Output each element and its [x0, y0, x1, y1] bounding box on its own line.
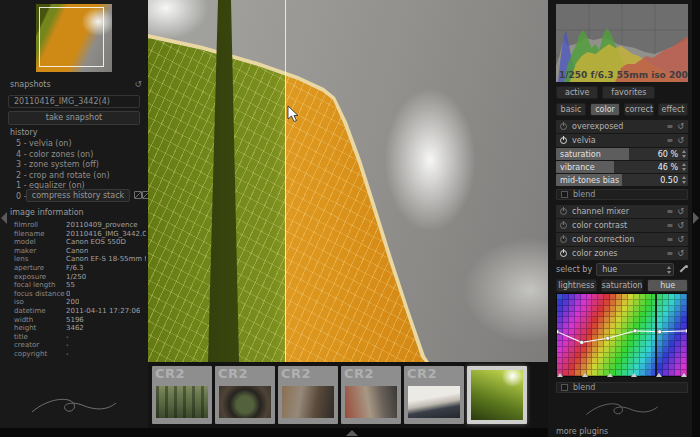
histogram[interactable]: 1/250 f/6.3 55mm iso 200 [556, 4, 688, 82]
reset-icon[interactable]: ↺ [677, 221, 684, 230]
info-value: F/6.3 [66, 264, 84, 273]
history-item[interactable]: 3 - zone system (off) [16, 160, 144, 171]
color-zones-tab[interactable]: lightness [556, 279, 597, 292]
thumb-photo [156, 386, 208, 418]
module-header[interactable]: color contrast ≡ ↺ [556, 219, 688, 232]
group-tab[interactable]: favorites [602, 86, 655, 99]
reset-icon[interactable]: ↺ [677, 122, 684, 131]
module-header-color-zones[interactable]: color zones ≡ ↺ [556, 247, 688, 260]
collapse-bottom-panel-arrow[interactable] [346, 430, 358, 436]
module-header-velvia[interactable]: velvia ≡ ↺ [556, 134, 688, 147]
module-title: overexposed [572, 122, 663, 131]
navigation-view-rect[interactable] [39, 7, 104, 67]
info-row: creator - [14, 341, 146, 350]
snapshot-entry[interactable]: 20110416_IMG_3442(4) [8, 95, 140, 108]
compress-history-button[interactable]: compress history stack [26, 189, 130, 202]
presets-icon[interactable]: ≡ [667, 207, 674, 216]
presets-icon[interactable]: ≡ [667, 136, 674, 145]
color-zones-picker-line [655, 294, 657, 376]
velvia-blend-row[interactable]: blend [556, 189, 688, 200]
slider-fine-tune-arrows[interactable] [682, 163, 686, 171]
category-tab[interactable]: effect [658, 103, 688, 116]
category-tab[interactable]: basic [556, 103, 586, 116]
slider[interactable]: mid-tones bias 0.50 [556, 174, 688, 186]
reset-icon[interactable]: ↺ [677, 136, 684, 145]
filmstrip: CR2 CR2 CR2 CR2 CR2 [148, 362, 548, 428]
filmstrip-thumb[interactable]: CR2 [215, 366, 275, 424]
info-label: creator [14, 341, 66, 350]
slider-value: 46 % [658, 163, 678, 172]
collapse-left-panel-arrow[interactable] [1, 212, 7, 224]
power-icon[interactable] [560, 236, 567, 243]
color-zones-tab[interactable]: saturation [601, 279, 644, 292]
color-zones-blend-row[interactable]: blend [556, 382, 688, 393]
snapshot-split-line[interactable] [285, 0, 286, 362]
reset-icon[interactable]: ↺ [677, 235, 684, 244]
presets-icon[interactable]: ≡ [667, 235, 674, 244]
module-category-tabs: basiccolorcorrecteffect [556, 103, 688, 116]
blend-checkbox[interactable] [561, 191, 568, 198]
image-information-table: filmroll 20110409_provence filename 2011… [14, 221, 146, 359]
right-panel: 1/250 f/6.3 55mm iso 200 activefavorites… [548, 0, 692, 437]
filmstrip-thumb[interactable]: CR2 [152, 366, 212, 424]
info-row: filename 20110416_IMG_3442.CR2 [14, 230, 146, 239]
info-row: copyright - [14, 350, 146, 359]
info-row: title - [14, 333, 146, 342]
reset-icon[interactable]: ↺ [677, 249, 684, 258]
history-item[interactable]: 2 - crop and rotate (on) [16, 171, 144, 182]
info-value: 55 [66, 281, 75, 290]
take-snapshot-button[interactable]: take snapshot [8, 111, 140, 125]
slider-fine-tune-arrows[interactable] [682, 176, 686, 184]
blend-label: blend [573, 190, 595, 199]
history-item[interactable]: 5 - velvia (on) [16, 139, 144, 150]
power-icon[interactable] [560, 222, 567, 229]
history-copy-icon[interactable] [134, 191, 142, 199]
filmstrip-thumb[interactable] [467, 366, 527, 424]
color-zones-curve[interactable] [557, 294, 687, 376]
filmstrip-thumb[interactable]: CR2 [341, 366, 401, 424]
snapshots-reset-icon[interactable]: ↺ [134, 79, 142, 89]
navigation-thumbnail[interactable] [36, 4, 112, 72]
color-zones-editor[interactable] [556, 293, 688, 377]
power-icon[interactable] [560, 123, 567, 130]
category-tab[interactable]: correct [624, 103, 654, 116]
module-header[interactable]: channel mixer ≡ ↺ [556, 205, 688, 218]
filmstrip-thumb[interactable]: CR2 [278, 366, 338, 424]
blend-label: blend [573, 383, 595, 392]
info-value: Canon EOS 550D [66, 238, 126, 247]
reset-icon[interactable]: ↺ [677, 207, 684, 216]
collapse-right-panel-arrow[interactable] [693, 212, 699, 224]
presets-icon[interactable]: ≡ [667, 249, 674, 258]
slider[interactable]: vibrance 46 % [556, 161, 688, 173]
dropdown-arrows-icon[interactable] [667, 266, 671, 274]
select-by-value: hue [602, 265, 617, 274]
info-value: - [66, 350, 69, 359]
slider[interactable]: saturation 60 % [556, 148, 688, 160]
power-icon[interactable] [560, 250, 567, 257]
color-picker-icon[interactable] [678, 264, 688, 274]
info-value: 1/250 [66, 273, 86, 282]
more-plugins-link[interactable]: more plugins [556, 427, 688, 436]
info-row: filmroll 20110409_provence [14, 221, 146, 230]
main-image-canvas[interactable] [148, 0, 548, 362]
presets-icon[interactable]: ≡ [667, 122, 674, 131]
slider-fine-tune-arrows[interactable] [682, 150, 686, 158]
module-header-overexposed[interactable]: overexposed ≡ ↺ [556, 120, 688, 133]
slider-label: mid-tones bias [560, 176, 619, 185]
color-zones-tab[interactable]: hue [647, 279, 688, 292]
info-label: iso [14, 298, 66, 307]
darktable-darkroom-window: snapshots ↺ 20110416_IMG_3442(4) take sn… [0, 0, 700, 437]
power-icon[interactable] [560, 137, 567, 144]
info-row: model Canon EOS 550D [14, 238, 146, 247]
power-icon[interactable] [560, 208, 567, 215]
module-header[interactable]: color correction ≡ ↺ [556, 233, 688, 246]
presets-icon[interactable]: ≡ [667, 221, 674, 230]
group-tab[interactable]: active [556, 86, 598, 99]
history-item[interactable]: 4 - color zones (on) [16, 150, 144, 161]
category-tab[interactable]: color [590, 103, 620, 116]
filmstrip-thumb[interactable]: CR2 [404, 366, 464, 424]
history-section-title: history [10, 128, 38, 137]
blend-checkbox[interactable] [561, 384, 568, 391]
info-value: Canon [66, 247, 88, 256]
select-by-dropdown[interactable]: hue [596, 263, 674, 276]
